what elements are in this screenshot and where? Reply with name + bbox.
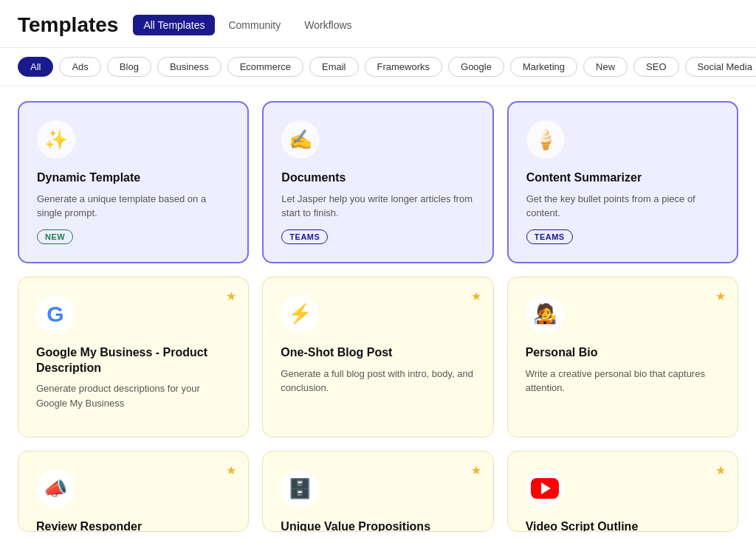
card-documents[interactable]: ✍️ Documents Let Jasper help you write l… (262, 101, 493, 263)
card-one-shot-blog[interactable]: ★ ⚡ One-Shot Blog Post Generate a full b… (262, 277, 493, 438)
content-summarizer-title: Content Summarizer (526, 170, 719, 186)
filter-seo[interactable]: SEO (633, 57, 678, 77)
personal-bio-desc: Write a creative personal bio that captu… (526, 367, 720, 395)
google-my-business-title: Google My Business - Product Description (36, 345, 230, 376)
documents-tag: TEAMS (281, 229, 328, 244)
google-my-business-desc: Generate product descriptions for your G… (36, 381, 230, 410)
video-script-title: Video Script Outline (526, 519, 720, 532)
unique-value-title: Unique Value Propositions (281, 519, 475, 532)
header: Templates All Templates Community Workfl… (0, 0, 756, 48)
card-unique-value[interactable]: ★ 🗄️ Unique Value Propositions (262, 451, 493, 532)
filter-google[interactable]: Google (448, 57, 504, 77)
review-responder-title: Review Responder (36, 519, 230, 532)
filter-ads[interactable]: Ads (59, 57, 100, 77)
card-google-my-business[interactable]: ★ G Google My Business - Product Descrip… (18, 277, 249, 438)
card-video-script[interactable]: ★ Video Script Outline (507, 451, 738, 532)
video-script-icon (526, 469, 564, 508)
dynamic-template-tag: NEW (37, 229, 73, 244)
tab-workflows[interactable]: Workflows (294, 15, 362, 35)
review-responder-star: ★ (226, 463, 236, 477)
content-summarizer-tag: TEAMS (526, 229, 573, 244)
filter-bar: All Ads Blog Business Ecommerce Email Fr… (0, 48, 756, 86)
documents-icon: ✍️ (281, 120, 320, 159)
documents-title: Documents (281, 170, 474, 186)
one-shot-blog-icon: ⚡ (281, 295, 319, 333)
review-responder-icon: 📣 (36, 469, 75, 508)
filter-new[interactable]: New (583, 57, 628, 77)
youtube-icon (531, 478, 559, 499)
one-shot-blog-desc: Generate a full blog post with intro, bo… (281, 367, 475, 395)
youtube-play-icon (541, 482, 551, 494)
dynamic-template-icon: ✨ (37, 120, 75, 159)
content-summarizer-icon: 🍦 (526, 120, 565, 159)
one-shot-blog-star: ★ (471, 289, 481, 303)
content-summarizer-desc: Get the key bullet points from a piece o… (526, 192, 719, 221)
video-script-star: ★ (715, 463, 726, 477)
card-dynamic-template[interactable]: ✨ Dynamic Template Generate a unique tem… (18, 101, 249, 263)
filter-business[interactable]: Business (157, 57, 221, 77)
dynamic-template-desc: Generate a unique template based on a si… (37, 192, 230, 221)
filter-email[interactable]: Email (309, 57, 359, 77)
cards-grid: ✨ Dynamic Template Generate a unique tem… (0, 86, 756, 547)
unique-value-icon: 🗄️ (281, 469, 319, 508)
personal-bio-star: ★ (715, 289, 726, 303)
tab-community[interactable]: Community (218, 15, 291, 35)
card-personal-bio[interactable]: ★ 🧑‍🎤 Personal Bio Write a creative pers… (507, 277, 738, 438)
documents-desc: Let Jasper help you write longer article… (281, 192, 474, 221)
card-review-responder[interactable]: ★ 📣 Review Responder (18, 451, 249, 532)
google-my-business-star: ★ (226, 289, 236, 303)
header-top: Templates All Templates Community Workfl… (18, 13, 738, 37)
filter-marketing[interactable]: Marketing (510, 57, 577, 77)
personal-bio-icon: 🧑‍🎤 (526, 295, 564, 333)
tab-all-templates[interactable]: All Templates (133, 15, 215, 35)
filter-social-media[interactable]: Social Media (685, 57, 756, 77)
personal-bio-title: Personal Bio (526, 345, 720, 361)
google-my-business-icon: G (36, 295, 75, 333)
filter-ecommerce[interactable]: Ecommerce (227, 57, 303, 77)
filter-frameworks[interactable]: Frameworks (365, 57, 443, 77)
filter-blog[interactable]: Blog (107, 57, 151, 77)
unique-value-star: ★ (471, 463, 481, 477)
one-shot-blog-title: One-Shot Blog Post (281, 345, 475, 361)
filter-all[interactable]: All (18, 57, 53, 77)
dynamic-template-title: Dynamic Template (37, 170, 230, 186)
page-title: Templates (18, 13, 118, 37)
card-content-summarizer[interactable]: 🍦 Content Summarizer Get the key bullet … (507, 101, 738, 263)
header-tabs: All Templates Community Workflows (133, 15, 362, 35)
